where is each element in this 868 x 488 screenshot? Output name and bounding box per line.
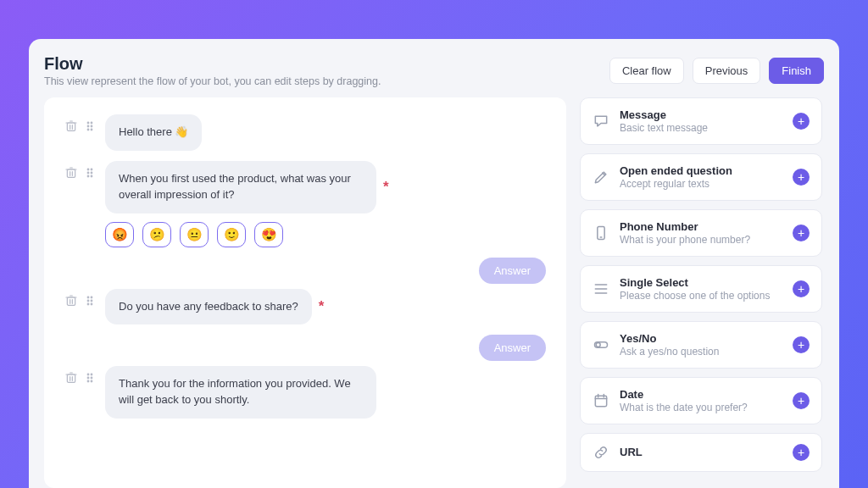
- svg-point-24: [87, 378, 89, 380]
- emoji-option[interactable]: 🙂: [217, 222, 246, 247]
- previous-button[interactable]: Previous: [693, 58, 761, 84]
- add-block-button[interactable]: +: [793, 169, 810, 186]
- delete-step-icon[interactable]: [64, 371, 78, 388]
- block-title: Open ended question: [620, 164, 782, 177]
- page-subtitle: This view represent the flow of your bot…: [44, 75, 381, 87]
- flow-panel[interactable]: Hello there 👋When you first used the pro…: [44, 97, 566, 488]
- emoji-option[interactable]: 😡: [105, 222, 134, 247]
- block-title: Date: [620, 388, 782, 401]
- block-type-message[interactable]: MessageBasic text message+: [580, 97, 822, 145]
- required-indicator: *: [319, 298, 325, 315]
- svg-point-26: [87, 381, 89, 383]
- step-message-bubble[interactable]: When you first used the product, what wa…: [105, 161, 376, 214]
- svg-rect-7: [67, 169, 75, 177]
- svg-point-19: [87, 303, 89, 305]
- svg-point-11: [91, 172, 92, 174]
- svg-point-23: [91, 374, 92, 376]
- delete-step-icon[interactable]: [64, 166, 78, 183]
- svg-rect-21: [67, 374, 75, 382]
- svg-point-5: [87, 129, 89, 130]
- block-type-pencil[interactable]: Open ended questionAccept regular texts+: [580, 153, 822, 201]
- block-title: Yes/No: [620, 332, 782, 345]
- block-desc: Ask a yes/no question: [620, 346, 782, 358]
- add-block-button[interactable]: +: [793, 392, 810, 409]
- svg-point-20: [91, 303, 92, 305]
- svg-point-1: [87, 122, 89, 124]
- phone-icon: [593, 225, 609, 241]
- drag-handle-icon[interactable]: [83, 166, 97, 183]
- emoji-rating-row: 😡😕😐🙂😍: [105, 222, 546, 247]
- calendar-icon: [593, 392, 609, 409]
- list-icon: [593, 280, 609, 297]
- svg-point-3: [87, 125, 89, 127]
- add-block-button[interactable]: +: [793, 336, 810, 353]
- finish-button[interactable]: Finish: [769, 58, 824, 84]
- answer-pill[interactable]: Answer: [479, 258, 546, 284]
- block-type-calendar[interactable]: DateWhat is the date you prefer?+: [580, 377, 822, 424]
- header: Flow This view represent the flow of you…: [44, 54, 824, 87]
- pencil-icon: [593, 169, 609, 186]
- add-block-button[interactable]: +: [793, 280, 810, 297]
- clear-flow-button[interactable]: Clear flow: [609, 58, 684, 84]
- required-indicator: *: [383, 179, 389, 196]
- block-type-phone[interactable]: Phone NumberWhat is your phone number?+: [580, 209, 822, 257]
- svg-point-2: [91, 122, 92, 124]
- page-title: Flow: [44, 54, 381, 74]
- link-icon: [593, 444, 609, 461]
- header-actions: Clear flow Previous Finish: [609, 58, 824, 84]
- svg-point-6: [91, 129, 92, 130]
- flow-step: When you first used the product, what wa…: [64, 161, 546, 247]
- svg-point-17: [87, 300, 89, 302]
- block-type-list[interactable]: Single SelectPlease choose one of the op…: [580, 265, 822, 313]
- drag-handle-icon[interactable]: [83, 294, 97, 311]
- svg-point-30: [596, 343, 600, 347]
- svg-point-13: [91, 175, 92, 177]
- add-block-button[interactable]: +: [793, 225, 810, 241]
- block-type-yesno[interactable]: Yes/NoAsk a yes/no question+: [580, 321, 822, 369]
- block-type-link[interactable]: URL+: [580, 433, 822, 472]
- editor-body: Hello there 👋When you first used the pro…: [44, 97, 824, 488]
- svg-rect-0: [67, 123, 75, 130]
- block-desc: Please choose one of the options: [620, 290, 782, 302]
- block-desc: Accept regular texts: [620, 178, 782, 190]
- step-message-bubble[interactable]: Thank you for the information you provid…: [105, 366, 376, 419]
- drag-handle-icon[interactable]: [83, 371, 97, 388]
- block-title: Message: [620, 108, 782, 121]
- message-icon: [593, 113, 609, 130]
- step-message-bubble[interactable]: Hello there 👋: [105, 114, 202, 151]
- svg-point-16: [91, 297, 92, 298]
- svg-point-10: [87, 172, 89, 174]
- emoji-option[interactable]: 😕: [142, 222, 171, 247]
- svg-point-25: [91, 378, 92, 380]
- add-block-button[interactable]: +: [793, 113, 810, 130]
- svg-point-18: [91, 300, 92, 302]
- drag-handle-icon[interactable]: [83, 119, 97, 136]
- delete-step-icon[interactable]: [64, 294, 78, 311]
- svg-point-15: [87, 297, 89, 298]
- svg-point-4: [91, 125, 92, 127]
- svg-rect-14: [67, 297, 75, 305]
- block-desc: Basic text message: [620, 122, 782, 134]
- block-title: Single Select: [620, 276, 782, 289]
- emoji-option[interactable]: 😍: [254, 222, 283, 247]
- block-title: URL: [620, 446, 782, 458]
- emoji-option[interactable]: 😐: [180, 222, 209, 247]
- step-message-bubble[interactable]: Do you have any feedback to share?: [105, 289, 312, 325]
- svg-point-22: [87, 374, 89, 376]
- flow-step: Hello there 👋: [64, 114, 546, 151]
- svg-point-9: [91, 169, 92, 170]
- block-desc: What is the date you prefer?: [620, 402, 782, 413]
- flow-step: Do you have any feedback to share?*: [64, 289, 546, 325]
- blocks-panel[interactable]: MessageBasic text message+Open ended que…: [580, 97, 824, 488]
- delete-step-icon[interactable]: [64, 119, 78, 136]
- block-title: Phone Number: [620, 220, 782, 233]
- block-desc: What is your phone number?: [620, 234, 782, 246]
- svg-rect-31: [595, 396, 606, 407]
- add-block-button[interactable]: +: [793, 444, 810, 461]
- yesno-icon: [593, 336, 609, 353]
- flow-step: Thank you for the information you provid…: [64, 366, 546, 419]
- svg-point-8: [87, 169, 89, 170]
- svg-point-27: [91, 381, 92, 383]
- answer-pill[interactable]: Answer: [479, 335, 546, 361]
- flow-editor-card: Flow This view represent the flow of you…: [29, 39, 839, 488]
